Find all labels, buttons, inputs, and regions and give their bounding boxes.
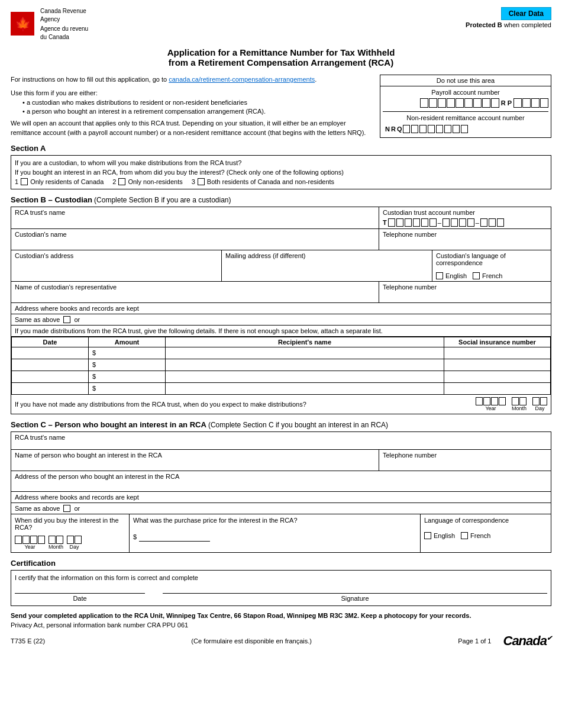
buyer-name-field[interactable]: Name of person who bought an interest in…: [11, 450, 379, 471]
trust-box-8[interactable]: [451, 218, 458, 227]
payroll-box-2[interactable]: [429, 98, 437, 108]
representative-phone-area[interactable]: Telephone number: [379, 282, 551, 302]
expect-month-1[interactable]: [512, 397, 519, 405]
expect-day-1[interactable]: [532, 397, 540, 405]
expect-month-2[interactable]: [519, 397, 527, 405]
nrq-box-3[interactable]: [419, 125, 427, 133]
purchase-day-2[interactable]: [75, 536, 82, 544]
expect-year-2[interactable]: [483, 397, 490, 405]
same-as-above-checkbox[interactable]: [63, 316, 70, 323]
section-c-french-checkbox[interactable]: [461, 532, 468, 539]
payroll-box-rp2[interactable]: [522, 98, 531, 108]
purchase-year-4[interactable]: [38, 536, 45, 544]
dist-sin-4[interactable]: [444, 382, 551, 394]
signature-line[interactable]: [163, 593, 547, 594]
clear-data-button[interactable]: Clear Data: [501, 7, 551, 20]
custodian-trust-account-label: Custodian trust account number: [383, 209, 547, 216]
trust-box-2[interactable]: [396, 218, 403, 227]
dist-date-1[interactable]: [12, 347, 89, 359]
r-label: R: [391, 125, 396, 133]
payroll-box-8[interactable]: [482, 98, 490, 108]
section-c-box: RCA trust's name Name of person who boug…: [11, 431, 551, 553]
custodian-name-field[interactable]: Custodian's name: [11, 229, 379, 250]
nrq-box-8[interactable]: [461, 125, 468, 133]
trust-box-13[interactable]: [497, 218, 504, 227]
english-checkbox[interactable]: [436, 272, 443, 279]
dist-sin-1[interactable]: [444, 347, 551, 359]
purchase-month-2[interactable]: [56, 536, 63, 544]
col-recipient-header: Recipient's name: [166, 337, 444, 347]
trust-box-5[interactable]: [421, 218, 428, 227]
expect-year-1[interactable]: [476, 397, 483, 405]
dist-date-4[interactable]: [12, 382, 89, 394]
section-c-rca-trust-name[interactable]: RCA trust's name: [11, 432, 551, 450]
form-number: T735 E (22): [11, 637, 45, 645]
expect-year-4[interactable]: [499, 397, 506, 405]
purchase-day-1[interactable]: [67, 536, 74, 544]
payroll-box-4[interactable]: [447, 98, 455, 108]
purchase-year-3[interactable]: [30, 536, 37, 544]
payroll-box-rp3[interactable]: [531, 98, 540, 108]
dist-amount-3[interactable]: $: [89, 371, 166, 382]
trust-box-10[interactable]: [467, 218, 474, 227]
trust-box-9[interactable]: [459, 218, 466, 227]
dist-recipient-1[interactable]: [166, 347, 444, 359]
purchase-month-1[interactable]: [49, 536, 56, 544]
date-line[interactable]: [15, 593, 145, 594]
dist-recipient-2[interactable]: [166, 359, 444, 371]
trust-box-1[interactable]: [388, 218, 395, 227]
payroll-box-9[interactable]: [491, 98, 499, 108]
trust-box-4[interactable]: [413, 218, 420, 227]
buyer-address-field[interactable]: Address of the person who bought an inte…: [11, 471, 551, 492]
custodian-phone-area[interactable]: Telephone number: [379, 229, 551, 250]
dist-amount-4[interactable]: $: [89, 382, 166, 394]
option-1-checkbox[interactable]: [21, 178, 28, 185]
trust-box-6[interactable]: [429, 218, 437, 227]
purchase-year-2[interactable]: [22, 536, 30, 544]
payroll-box-1[interactable]: [420, 98, 428, 108]
nrq-box-7[interactable]: [453, 125, 460, 133]
payroll-box-rp1[interactable]: [513, 98, 522, 108]
purchase-price-field[interactable]: [139, 532, 210, 542]
custodian-name-label: Custodian's name: [15, 231, 375, 238]
section-c-same-as-checkbox[interactable]: [63, 505, 70, 512]
section-c-english-checkbox[interactable]: [424, 532, 431, 539]
custodian-address-field[interactable]: Custodian's address: [11, 250, 222, 281]
dist-recipient-3[interactable]: [166, 371, 444, 382]
rca-trust-name-field[interactable]: RCA trust's name: [11, 207, 379, 228]
dist-date-2[interactable]: [12, 359, 89, 371]
dist-recipient-4[interactable]: [166, 382, 444, 394]
rca-trust-name-label: RCA trust's name: [15, 209, 375, 216]
instruction-link[interactable]: canada.ca/retirement-compensation-arrang…: [169, 76, 315, 83]
buyer-phone-area[interactable]: Telephone number: [379, 450, 551, 471]
representative-field[interactable]: Name of custodian's representative: [11, 282, 379, 302]
trust-box-3[interactable]: [405, 218, 412, 227]
option-3-checkbox[interactable]: [198, 178, 205, 185]
trust-box-7[interactable]: [443, 218, 450, 227]
payroll-box-rp4[interactable]: [540, 98, 548, 108]
option-2-checkbox[interactable]: [118, 178, 125, 185]
nrq-box-6[interactable]: [444, 125, 451, 133]
payroll-box-3[interactable]: [438, 98, 446, 108]
dist-sin-3[interactable]: [444, 371, 551, 382]
nrq-box-1[interactable]: [403, 125, 410, 133]
signature-field: Signature: [163, 593, 547, 602]
french-checkbox[interactable]: [473, 272, 480, 279]
trust-box-12[interactable]: [489, 218, 496, 227]
nrq-box-2[interactable]: [411, 125, 418, 133]
nrq-box-5[interactable]: [436, 125, 443, 133]
mailing-address-field[interactable]: Mailing address (if different): [222, 250, 432, 281]
dist-sin-2[interactable]: [444, 359, 551, 371]
footer-privacy: Privacy Act, personal information bank n…: [11, 621, 551, 629]
trust-box-11[interactable]: [480, 218, 487, 227]
payroll-box-6[interactable]: [464, 98, 473, 108]
dist-amount-1[interactable]: $: [89, 347, 166, 359]
dist-amount-2[interactable]: $: [89, 359, 166, 371]
payroll-box-7[interactable]: [473, 98, 482, 108]
payroll-box-5[interactable]: [456, 98, 464, 108]
nrq-box-4[interactable]: [428, 125, 435, 133]
expect-year-3[interactable]: [491, 397, 498, 405]
purchase-year-1[interactable]: [15, 536, 22, 544]
expect-day-2[interactable]: [540, 397, 547, 405]
dist-date-3[interactable]: [12, 371, 89, 382]
